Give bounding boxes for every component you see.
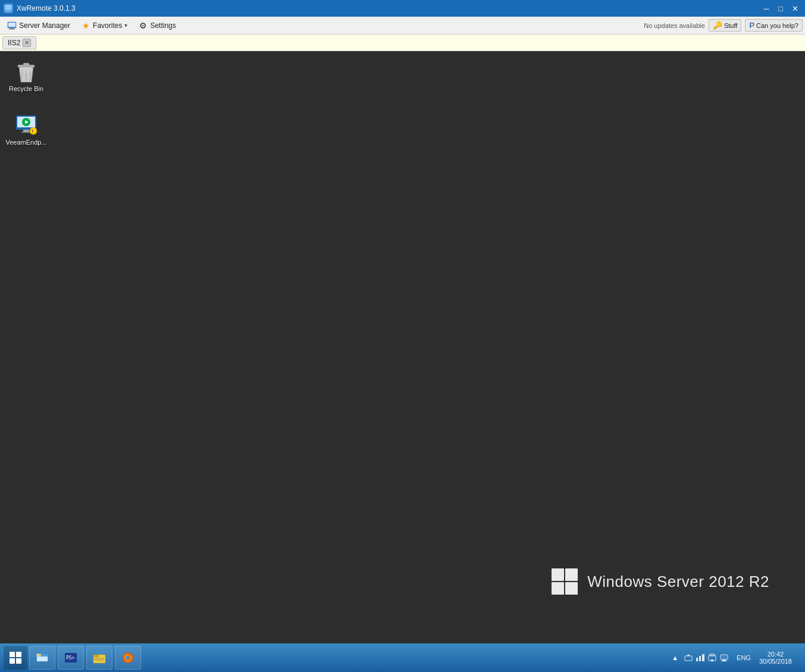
svg-rect-9 bbox=[23, 63, 29, 65]
favorites-menu[interactable]: ★ Favorites ▾ bbox=[76, 19, 132, 32]
tab-close-button[interactable]: ✕ bbox=[23, 39, 31, 47]
recycle-bin-image bbox=[14, 60, 38, 83]
explorer-icon bbox=[36, 651, 49, 664]
help-label: Can you help? bbox=[756, 22, 798, 29]
settings-label: Settings bbox=[150, 21, 176, 30]
stuff-label: Stuff bbox=[724, 22, 737, 29]
settings-menu[interactable]: ⚙ Settings bbox=[133, 19, 180, 32]
svg-marker-44 bbox=[687, 654, 690, 656]
clock-date: 30/05/2018 bbox=[759, 658, 792, 665]
svg-rect-18 bbox=[23, 130, 29, 132]
taskbar-filemanager-button[interactable] bbox=[86, 646, 112, 670]
systray-area bbox=[681, 652, 732, 663]
systray-icon-3[interactable] bbox=[707, 652, 718, 663]
clock[interactable]: 20:42 30/05/2018 bbox=[756, 651, 795, 665]
veeam-icon-container[interactable]: ! VeeamEndp... bbox=[2, 111, 50, 149]
svg-rect-26 bbox=[10, 652, 15, 657]
recycle-bin-label: Recycle Bin bbox=[9, 85, 43, 93]
svg-rect-33 bbox=[37, 654, 40, 656]
svg-rect-38 bbox=[95, 658, 104, 659]
taskbar-powershell-button[interactable]: PS> bbox=[58, 646, 84, 670]
svg-rect-46 bbox=[699, 656, 701, 661]
svg-rect-29 bbox=[16, 658, 21, 664]
help-button[interactable]: P Can you help? bbox=[745, 19, 803, 32]
svg-rect-1 bbox=[6, 11, 11, 12]
maximize-button[interactable]: □ bbox=[774, 2, 787, 14]
svg-rect-0 bbox=[5, 5, 12, 10]
svg-rect-45 bbox=[696, 658, 698, 661]
systray-icon-2[interactable] bbox=[695, 652, 706, 663]
svg-rect-19 bbox=[21, 132, 31, 133]
svg-rect-27 bbox=[16, 652, 21, 657]
svg-rect-32 bbox=[37, 657, 48, 661]
svg-rect-52 bbox=[721, 655, 727, 659]
favorites-arrow: ▾ bbox=[124, 22, 127, 29]
taskbar-right: ▲ bbox=[672, 651, 801, 665]
favorites-label: Favorites bbox=[93, 21, 122, 30]
tab-bar: IIS2 ✕ bbox=[0, 35, 805, 51]
title-bar-left: XwRemote 3.0.1.3 bbox=[4, 4, 76, 13]
windows-version-text: Windows Server 2012 R2 bbox=[587, 573, 769, 591]
file-manager-icon bbox=[93, 651, 106, 664]
powershell-icon: PS> bbox=[64, 651, 77, 664]
svg-rect-22 bbox=[552, 568, 564, 581]
taskbar: PS> ▲ bbox=[0, 643, 805, 672]
svg-rect-54 bbox=[721, 661, 727, 661]
svg-rect-6 bbox=[9, 29, 15, 29]
title-bar-controls: ─ □ ✕ bbox=[760, 2, 801, 14]
start-button[interactable] bbox=[4, 646, 27, 670]
svg-rect-50 bbox=[711, 660, 713, 661]
svg-marker-13 bbox=[20, 67, 32, 73]
help-icon: P bbox=[749, 21, 754, 30]
veeam-label: VeeamEndp... bbox=[5, 138, 46, 146]
taskbar-explorer-button[interactable] bbox=[29, 646, 55, 670]
settings-icon: ⚙ bbox=[138, 21, 148, 30]
svg-text:!: ! bbox=[32, 129, 33, 133]
clock-time: 20:42 bbox=[768, 651, 784, 658]
menu-bar: Server Manager ★ Favorites ▾ ⚙ Settings … bbox=[0, 17, 805, 35]
menu-bar-right: No updates available 🔑 Stuff P Can you h… bbox=[644, 19, 803, 32]
app-title: XwRemote 3.0.1.3 bbox=[17, 4, 76, 12]
svg-rect-25 bbox=[565, 582, 578, 595]
svg-rect-28 bbox=[10, 658, 15, 664]
server-manager-menu[interactable]: Server Manager bbox=[2, 19, 75, 32]
windows-branding: Windows Server 2012 R2 bbox=[550, 567, 769, 596]
veeam-image: ! bbox=[14, 113, 38, 137]
systray-icon-4[interactable] bbox=[719, 652, 729, 663]
svg-rect-53 bbox=[722, 660, 726, 661]
minimize-button[interactable]: ─ bbox=[760, 2, 773, 14]
svg-rect-43 bbox=[685, 656, 692, 661]
svg-point-20 bbox=[30, 127, 37, 135]
svg-rect-37 bbox=[93, 655, 99, 657]
svg-rect-24 bbox=[552, 582, 564, 595]
svg-rect-39 bbox=[95, 660, 104, 661]
app-icon bbox=[4, 4, 13, 13]
tab-label: IIS2 bbox=[8, 39, 20, 47]
svg-rect-5 bbox=[10, 28, 14, 29]
server-manager-icon bbox=[7, 21, 17, 30]
title-bar: XwRemote 3.0.1.3 ─ □ ✕ bbox=[0, 0, 805, 17]
taskbar-firefox-button[interactable] bbox=[115, 646, 141, 670]
server-manager-label: Server Manager bbox=[19, 21, 70, 30]
iis2-tab[interactable]: IIS2 ✕ bbox=[2, 36, 36, 49]
favorites-icon: ★ bbox=[81, 21, 90, 30]
svg-rect-4 bbox=[8, 23, 15, 27]
desktop: Recycle Bin ! VeeamEndp... bbox=[0, 51, 805, 643]
svg-rect-23 bbox=[565, 568, 578, 581]
no-updates-label: No updates available bbox=[644, 22, 705, 29]
windows-logo-icon bbox=[550, 567, 579, 596]
recycle-bin-icon-container[interactable]: Recycle Bin bbox=[2, 57, 50, 95]
stuff-icon: 🔑 bbox=[713, 21, 722, 30]
close-button[interactable]: ✕ bbox=[788, 2, 801, 14]
firefox-icon bbox=[121, 651, 134, 664]
systray-icon-1[interactable] bbox=[683, 652, 694, 663]
stuff-button[interactable]: 🔑 Stuff bbox=[709, 19, 741, 32]
svg-text:PS>: PS> bbox=[66, 655, 75, 661]
svg-rect-2 bbox=[5, 12, 11, 12]
language-indicator: ENG bbox=[734, 654, 753, 661]
systray-expand-button[interactable]: ▲ bbox=[672, 654, 678, 661]
start-icon bbox=[9, 651, 22, 664]
svg-rect-47 bbox=[702, 654, 704, 661]
